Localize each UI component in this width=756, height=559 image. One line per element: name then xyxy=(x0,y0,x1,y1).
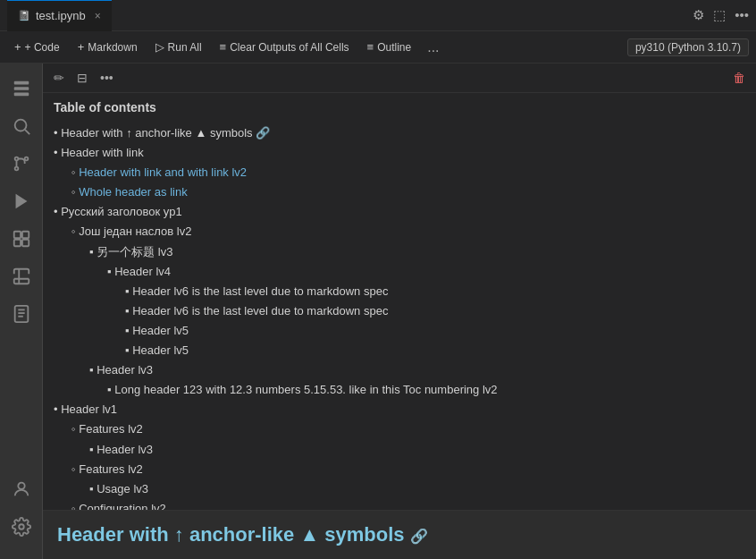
activity-item-settings[interactable] xyxy=(4,509,39,545)
run-icon: ▷ xyxy=(155,40,164,54)
svg-rect-12 xyxy=(21,240,28,246)
outline-button[interactable]: ≡ Outline xyxy=(360,38,419,56)
activity-item-run-debug[interactable] xyxy=(4,183,39,219)
toc-item-features-lv2-1[interactable]: Features lv2 xyxy=(79,422,143,436)
cell-header-preview: Header with ↑ anchor-like ▲ symbols 🔗 xyxy=(57,523,428,546)
list-item[interactable]: Header lv1 xyxy=(54,400,745,419)
add-code-button[interactable]: + + Code xyxy=(7,38,67,56)
notebook-icon: 📓 xyxy=(18,10,30,21)
toc-item-features-lv2-2[interactable]: Features lv2 xyxy=(79,462,143,476)
add-markdown-button[interactable]: + Markdown xyxy=(71,38,145,56)
list-item[interactable]: Features lv2 xyxy=(54,460,745,479)
activity-item-notebooks[interactable] xyxy=(4,296,39,332)
toc-item-lv3[interactable]: Header lv3 xyxy=(97,363,153,377)
toc-item-lv6-2[interactable]: Header lv6 is the last level due to mark… xyxy=(132,304,388,318)
activity-item-account[interactable] xyxy=(4,471,39,507)
toc-bullet-circle xyxy=(71,224,79,238)
svg-rect-10 xyxy=(21,232,28,238)
toc-item-russian[interactable]: Русский заголовок ур1 xyxy=(54,205,182,218)
toc-item-lv4[interactable]: Header lv4 xyxy=(114,265,171,278)
toc-item-lv5-2[interactable]: Header lv5 xyxy=(132,343,189,357)
run-all-button[interactable]: ▷ Run All xyxy=(148,38,209,56)
toc-bullet-square xyxy=(107,265,114,278)
toc-item-link-lv2[interactable]: Header with link and with link lv2 xyxy=(79,165,247,179)
activity-item-search[interactable] xyxy=(4,108,39,144)
svg-rect-2 xyxy=(13,93,29,97)
svg-point-5 xyxy=(14,157,18,161)
list-item[interactable]: Header with link and with link lv2 xyxy=(54,163,745,182)
list-item[interactable]: Whole header as link xyxy=(54,182,745,202)
toc-item-lv1[interactable]: Header lv1 xyxy=(54,402,117,416)
toc-more-icon[interactable]: ••• xyxy=(97,69,117,87)
cell-footer: Header with ↑ anchor-like ▲ symbols 🔗 xyxy=(43,510,756,559)
toc-bullet-square xyxy=(125,343,132,357)
list-item[interactable]: Header with link xyxy=(54,143,745,163)
toc-bullet-square xyxy=(125,304,132,318)
list-item[interactable]: Header lv6 is the last level due to mark… xyxy=(54,282,745,301)
list-item[interactable]: 另一个标题 lv3 xyxy=(54,242,745,262)
more-actions-icon[interactable]: ••• xyxy=(735,7,749,23)
list-item[interactable]: Header lv6 is the last level due to mark… xyxy=(54,301,745,321)
toc-toolbar: ✏ ⊟ ••• 🗑 xyxy=(43,64,756,93)
list-item[interactable]: Још један наслов lv2 xyxy=(54,222,745,241)
list-item[interactable]: Header lv3 xyxy=(54,440,745,460)
tab-close-button[interactable]: × xyxy=(95,10,101,22)
header-text: Header with ↑ anchor-like ▲ symbols xyxy=(57,523,410,546)
list-item[interactable]: Features lv2 xyxy=(54,419,745,439)
list-item[interactable]: Long header 123 with 12.3 numbers 5.15.5… xyxy=(54,380,745,400)
activity-item-jupyter[interactable] xyxy=(4,258,39,294)
list-item[interactable]: Usage lv3 xyxy=(54,479,745,499)
plus-icon: + xyxy=(14,40,21,54)
toc-edit-icon[interactable]: ✏ xyxy=(50,69,68,87)
toc-item-whole-header-link[interactable]: Whole header as link xyxy=(79,185,187,199)
toc-item-header-with-link[interactable]: Header with link xyxy=(54,146,144,159)
toc-bullet-square xyxy=(89,363,97,377)
svg-rect-9 xyxy=(13,232,20,238)
activity-item-extensions[interactable] xyxy=(4,221,39,257)
title-bar: 📓 test.ipynb × ⚙ ⬚ ••• xyxy=(0,0,756,31)
toc-bullet-square xyxy=(89,245,97,258)
svg-point-18 xyxy=(19,524,24,529)
list-item[interactable]: Configuration lv2 xyxy=(54,499,745,510)
activity-item-explorer[interactable] xyxy=(4,71,39,106)
list-item[interactable]: Header lv4 xyxy=(54,262,745,282)
svg-line-4 xyxy=(25,130,29,134)
split-editor-icon[interactable]: ⬚ xyxy=(713,7,726,23)
toc-title: Table of contents xyxy=(54,100,745,114)
list-item[interactable]: Header lv3 xyxy=(54,360,745,380)
toc-panel: ✏ ⊟ ••• 🗑 Table of contents Header with … xyxy=(43,64,756,559)
tab-label: test.ipynb xyxy=(36,9,86,22)
active-tab[interactable]: 📓 test.ipynb × xyxy=(7,0,112,31)
list-item[interactable]: Header lv5 xyxy=(54,321,745,341)
toc-bullet xyxy=(71,165,79,179)
list-item[interactable]: Русский заголовок ур1 xyxy=(54,202,745,222)
toc-bullet-square xyxy=(107,383,114,396)
toc-item-anchor-header[interactable]: Header with ↑ anchor-like ▲ symbols 🔗 xyxy=(54,126,270,140)
toc-item-usage-lv3[interactable]: Usage lv3 xyxy=(97,482,148,495)
toc-item-chinese[interactable]: 另一个标题 lv3 xyxy=(97,245,172,258)
toc-content: Table of contents Header with ↑ anchor-l… xyxy=(43,93,756,510)
plus-markdown-icon: + xyxy=(78,40,85,54)
svg-point-6 xyxy=(24,157,28,161)
toc-item-header-lv3-features[interactable]: Header lv3 xyxy=(97,443,153,456)
svg-point-3 xyxy=(14,120,26,131)
list-item[interactable]: Header with ↑ anchor-like ▲ symbols 🔗 xyxy=(54,123,745,143)
kernel-badge[interactable]: py310 (Python 3.10.7) xyxy=(627,38,749,56)
toolbar-more-button[interactable]: ... xyxy=(422,37,444,58)
toc-delete-icon[interactable]: 🗑 xyxy=(729,69,749,87)
clear-outputs-button[interactable]: ≡ Clear Outputs of All Cells xyxy=(213,38,357,56)
settings-icon[interactable]: ⚙ xyxy=(693,7,704,23)
toc-split-icon[interactable]: ⊟ xyxy=(73,69,91,87)
activity-item-source-control[interactable] xyxy=(4,146,39,182)
toc-item-lv5-1[interactable]: Header lv5 xyxy=(132,324,189,337)
toc-item-long-header[interactable]: Long header 123 with 12.3 numbers 5.15.5… xyxy=(114,383,497,396)
toc-item-lv6-1[interactable]: Header lv6 is the last level due to mark… xyxy=(132,284,388,298)
toc-item-configuration-lv2[interactable]: Configuration lv2 xyxy=(79,502,166,510)
svg-marker-8 xyxy=(15,194,27,209)
toc-bullet-circle xyxy=(71,502,79,510)
toc-bullet-square xyxy=(125,324,132,337)
toc-item-serbian[interactable]: Још један наслов lv2 xyxy=(79,224,191,238)
svg-rect-11 xyxy=(13,240,20,246)
list-item[interactable]: Header lv5 xyxy=(54,341,745,360)
outline-icon: ≡ xyxy=(367,40,374,54)
